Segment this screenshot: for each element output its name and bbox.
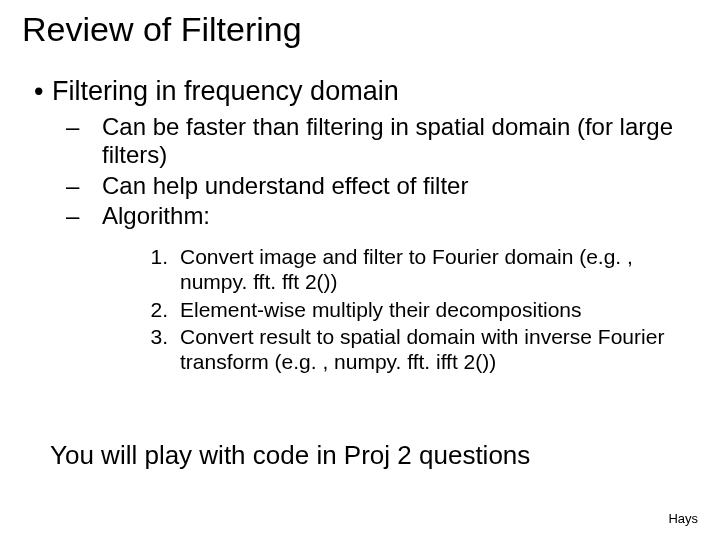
bullet-level-2-text: Can be faster than filtering in spatial …	[102, 113, 673, 168]
list-number: 2.	[146, 297, 168, 322]
list-item: 2.Element-wise multiply their decomposit…	[146, 297, 690, 322]
slide-body: •Filtering in frequency domain –Can be f…	[34, 76, 690, 376]
list-item: 1.Convert image and filter to Fourier do…	[146, 244, 690, 294]
numbered-list: 1.Convert image and filter to Fourier do…	[146, 244, 690, 374]
list-item-text: Convert image and filter to Fourier doma…	[180, 245, 633, 293]
bullet-level-2: –Can be faster than filtering in spatial…	[84, 113, 690, 170]
list-number: 1.	[146, 244, 168, 269]
dash-icon: –	[84, 202, 102, 230]
bullet-dot-icon: •	[34, 76, 52, 107]
bullet-level-1-text: Filtering in frequency domain	[52, 76, 399, 106]
bullet-level-1: •Filtering in frequency domain	[34, 76, 690, 107]
closing-text: You will play with code in Proj 2 questi…	[50, 440, 530, 471]
credit-text: Hays	[668, 511, 698, 526]
list-item-text: Element-wise multiply their decompositio…	[180, 298, 582, 321]
bullet-level-2: –Can help understand effect of filter	[84, 172, 690, 200]
list-item: 3.Convert result to spatial domain with …	[146, 324, 690, 374]
bullet-level-2: –Algorithm:	[84, 202, 690, 230]
bullet-level-2-group: –Can be faster than filtering in spatial…	[84, 113, 690, 374]
bullet-level-2-text: Can help understand effect of filter	[102, 172, 468, 199]
dash-icon: –	[84, 172, 102, 200]
bullet-level-2-text: Algorithm:	[102, 202, 210, 229]
slide: Review of Filtering •Filtering in freque…	[0, 0, 720, 540]
list-number: 3.	[146, 324, 168, 349]
slide-title: Review of Filtering	[22, 10, 302, 49]
dash-icon: –	[84, 113, 102, 141]
list-item-text: Convert result to spatial domain with in…	[180, 325, 664, 373]
